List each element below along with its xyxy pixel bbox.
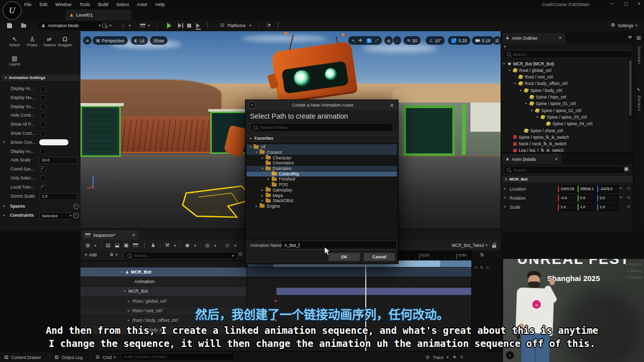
folder-row-engine[interactable]: ▸Engine — [247, 204, 397, 209]
axis-value-field[interactable]: -0.0 — [558, 195, 579, 202]
folder-row-stackobot[interactable]: ▸StackOBot — [247, 198, 397, 204]
tree-caret-icon[interactable]: ▸ — [128, 299, 132, 303]
setting-checkbox[interactable] — [40, 149, 46, 154]
menu-item-select[interactable]: Select — [116, 2, 129, 7]
menu-item-actor[interactable]: Actor — [137, 2, 147, 7]
menu-item-edit[interactable]: Edit — [40, 2, 48, 7]
output-log-button[interactable]: Output Log — [61, 355, 83, 360]
viewport-menu-button[interactable]: ≡ — [83, 36, 92, 45]
animation-settings-header[interactable]: ▾ Animation Settings — [2, 74, 82, 81]
setting-checkbox[interactable] — [40, 95, 46, 101]
track-name-mcr-bot[interactable]: ▾MCR_Bot — [80, 287, 247, 296]
setting-checkbox[interactable] — [40, 104, 46, 110]
axis-value-field[interactable]: 0.0 — [578, 195, 599, 202]
animation-name-input[interactable]: A_Bot_ — [282, 241, 396, 249]
setting-checkbox[interactable] — [40, 166, 46, 172]
tree-caret-icon[interactable]: ▸ — [268, 177, 272, 181]
perspective-select[interactable]: ▦ Perspective — [93, 36, 128, 45]
setting-checkbox[interactable] — [40, 185, 46, 190]
expand-caret-icon[interactable]: ▸ — [4, 204, 6, 208]
scale-tool-icon[interactable]: ⤢ — [375, 38, 378, 43]
tree-caret-icon[interactable]: ▾ — [124, 289, 128, 293]
folder-row-gameplay[interactable]: ▸Gameplay — [247, 188, 397, 193]
folder-row-all[interactable]: ▾All — [247, 144, 397, 150]
tree-caret-icon[interactable]: ▾ — [121, 270, 125, 274]
cmd-chevron-icon[interactable]: ▾ — [114, 355, 116, 359]
track-name-animation[interactable]: Animation — [80, 277, 247, 286]
cmd-icon[interactable]: ⊟ — [96, 354, 100, 359]
folder-row-cinematics[interactable]: Cinematics — [247, 160, 397, 166]
stop-button[interactable] — [187, 24, 191, 28]
side-tab-details[interactable]: Details — [637, 96, 641, 111]
trace-icon[interactable]: ◎ — [426, 354, 430, 359]
folder-row-content[interactable]: ▾Content — [247, 150, 397, 155]
quick-add-chevron-icon[interactable]: ▾ — [110, 24, 112, 28]
setting-checkbox[interactable] — [40, 113, 46, 118]
play-button[interactable] — [167, 23, 172, 29]
tool-button-select[interactable]: ↖Select — [6, 33, 24, 50]
setting-checkbox[interactable] — [40, 86, 46, 92]
track-lock-icon[interactable]: ◔ — [94, 270, 97, 274]
editor-mode-select[interactable]: ♟ Animation Mode ▾ — [38, 22, 104, 30]
quick-add-icon[interactable]: ▢+ — [102, 23, 106, 28]
keyframe-diamond-icon[interactable]: ◇ — [627, 204, 630, 209]
advance-button[interactable] — [196, 23, 200, 28]
menu-item-build[interactable]: Build — [98, 2, 108, 7]
animation-section-band[interactable] — [276, 288, 471, 295]
reset-icon[interactable]: ↩ — [619, 195, 623, 200]
status-icon-2[interactable]: ◍ — [460, 354, 463, 359]
unreal-logo-icon[interactable]: U — [3, 1, 22, 20]
axis-value-field[interactable]: 25528.1 — [578, 186, 599, 193]
rotate-tool-icon[interactable]: ↻ — [366, 38, 372, 43]
prev-key-icon[interactable]: ◁ — [474, 265, 476, 269]
group-row-spaces[interactable]: ▸Spaces — [0, 203, 80, 211]
value-field[interactable]: 10.0 — [39, 157, 77, 164]
folder-row-examples[interactable]: ▾Examples — [247, 166, 397, 171]
play-options-icon[interactable]: ⋮ — [205, 22, 210, 28]
select-tool-icon[interactable]: ↖ — [352, 38, 355, 43]
expand-caret-icon[interactable]: ▸ — [504, 196, 506, 200]
maximize-button[interactable]: ▢ — [621, 1, 631, 6]
tree-caret-icon[interactable]: ▸ — [262, 188, 266, 192]
menu-item-file[interactable]: File — [24, 2, 32, 7]
platforms-chevron-icon[interactable]: ▾ — [250, 24, 252, 28]
keyframe-diamond-icon[interactable]: ◇ — [627, 186, 630, 191]
tree-caret-icon[interactable]: ▾ — [256, 150, 260, 154]
maximize-viewport-icon[interactable]: ⊞ — [493, 36, 501, 45]
trace-button[interactable]: Trace — [433, 355, 443, 360]
playhead-line[interactable] — [365, 250, 366, 351]
trace-chevron-icon[interactable]: ▾ — [447, 355, 449, 359]
move-tool-icon[interactable]: ↔↕ — [358, 38, 363, 44]
launch-icon[interactable]: ◔ — [267, 23, 271, 28]
tree-caret-icon[interactable]: ▸ — [262, 156, 266, 160]
side-tab-outliner[interactable]: Outliner — [637, 46, 641, 64]
content-drawer-icon[interactable]: ▤ — [4, 354, 9, 359]
track-pin-icon[interactable]: ▣ — [87, 270, 90, 274]
snap-surface-icon[interactable]: ∴ — [393, 36, 401, 45]
tree-caret-icon[interactable]: ▾ — [262, 166, 266, 170]
close-button[interactable]: × — [634, 1, 644, 7]
axis-value-field[interactable]: 0.0 — [597, 195, 618, 202]
axis-value-field[interactable]: -2425.0 — [597, 186, 618, 193]
setting-checkbox[interactable] — [40, 175, 46, 181]
output-log-icon[interactable]: ▥ — [54, 354, 59, 359]
ok-button[interactable]: OK — [329, 253, 360, 261]
platforms-label[interactable]: Platforms — [227, 23, 246, 28]
grid-snap-control[interactable]: ⊞ 50 — [404, 36, 421, 45]
launch-options-icon[interactable]: ⋮ — [276, 22, 281, 28]
camera-speed-control[interactable]: 0.18 — [472, 36, 494, 45]
panel-split[interactable] — [247, 250, 247, 351]
scale-snap-control[interactable]: ⤢ 0.25 — [448, 36, 470, 45]
menu-item-help[interactable]: Help — [155, 2, 165, 7]
minimize-button[interactable]: – — [607, 1, 617, 6]
folder-row-character[interactable]: ▸Character — [247, 155, 397, 160]
menu-item-window[interactable]: Window — [55, 2, 71, 7]
tool-button-poses[interactable]: ♙Poses — [23, 33, 41, 50]
expand-caret-icon[interactable]: ▸ — [4, 213, 6, 217]
axis-value-field[interactable]: 1.0 — [597, 204, 618, 211]
curves-icon[interactable]: ⇅ — [480, 252, 484, 257]
content-browser-icon[interactable] — [21, 24, 26, 28]
settings-gear-icon[interactable]: ⚙ — [611, 22, 615, 28]
expand-caret-icon[interactable]: ▸ — [504, 187, 506, 191]
group-options-icon[interactable] — [73, 213, 79, 218]
